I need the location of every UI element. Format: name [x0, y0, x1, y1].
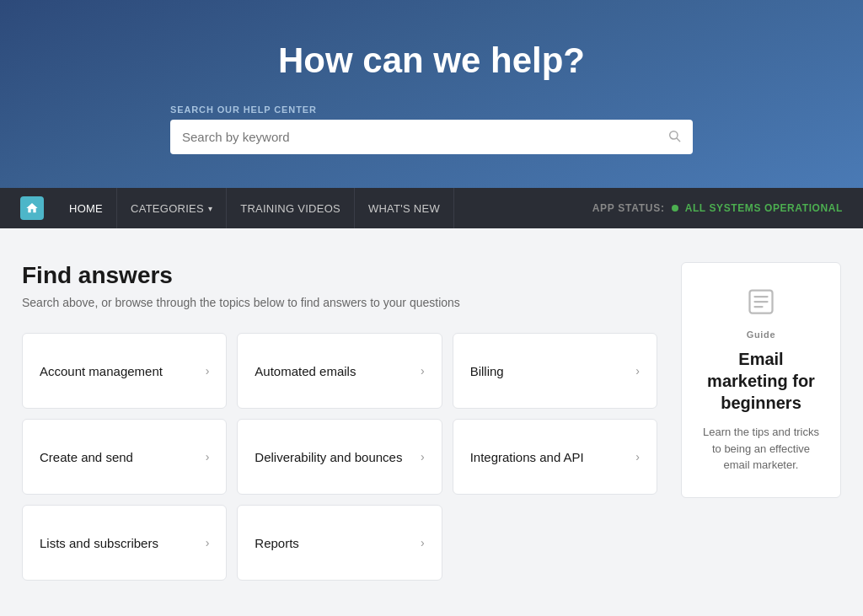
nav-categories[interactable]: CATEGORIES ▾ [117, 188, 227, 228]
card-create-and-send[interactable]: Create and send › [22, 419, 227, 495]
card-account-management[interactable]: Account management › [22, 333, 227, 409]
card-arrow: › [635, 450, 640, 463]
main-content: Find answers Search above, or browse thr… [2, 228, 861, 616]
card-arrow: › [421, 364, 425, 378]
card-billing[interactable]: Billing › [453, 333, 657, 409]
content-left: Find answers Search above, or browse thr… [22, 262, 657, 581]
card-label: Deliverability and bounces [255, 448, 402, 466]
card-lists-subscribers[interactable]: Lists and subscribers › [22, 505, 227, 581]
guide-icon [699, 287, 823, 323]
guide-description: Learn the tips and tricks to being an ef… [699, 424, 823, 474]
home-icon[interactable] [20, 196, 44, 220]
card-deliverability[interactable]: Deliverability and bounces › [237, 419, 442, 495]
nav-whats-new[interactable]: WHAT'S NEW [355, 188, 454, 228]
guide-title: Email marketing for beginners [699, 348, 823, 414]
card-automated-emails[interactable]: Automated emails › [237, 333, 442, 409]
status-text: ALL SYSTEMS OPERATIONAL [685, 202, 843, 214]
search-input[interactable] [182, 120, 667, 154]
card-arrow: › [421, 450, 425, 463]
card-label: Automated emails [255, 362, 356, 380]
card-arrow: › [206, 364, 210, 378]
card-integrations[interactable]: Integrations and API › [453, 419, 657, 495]
card-label: Integrations and API [470, 448, 584, 466]
status-dot-green [672, 205, 678, 212]
chevron-down-icon: ▾ [208, 204, 212, 213]
search-icon [667, 129, 681, 146]
nav-home[interactable]: HOME [56, 188, 117, 228]
sidebar-guide-card[interactable]: Guide Email marketing for beginners Lear… [681, 262, 841, 498]
navbar-left: HOME CATEGORIES ▾ TRAINING VIDEOS WHAT'S… [20, 188, 454, 228]
card-label: Reports [255, 534, 299, 552]
nav-training[interactable]: TRAINING VIDEOS [227, 188, 355, 228]
svg-line-1 [677, 138, 680, 142]
card-arrow: › [206, 450, 210, 463]
navbar-right: APP STATUS: ALL SYSTEMS OPERATIONAL [592, 202, 843, 214]
hero-title: How can we help? [17, 40, 846, 81]
search-bar [170, 120, 693, 154]
search-label: SEARCH OUR HELP CENTER [170, 104, 693, 115]
card-label: Create and send [40, 448, 133, 466]
category-grid: Account management › Automated emails › … [22, 333, 657, 581]
page-title: Find answers [22, 262, 657, 289]
card-arrow: › [635, 364, 640, 378]
card-label: Lists and subscribers [40, 534, 158, 552]
card-arrow: › [421, 536, 425, 549]
hero-section: How can we help? SEARCH OUR HELP CENTER [0, 0, 863, 188]
guide-badge: Guide [699, 329, 823, 340]
card-arrow: › [206, 536, 210, 549]
app-status-label: APP STATUS: [592, 202, 665, 214]
page-subtitle: Search above, or browse through the topi… [22, 296, 657, 309]
navbar: HOME CATEGORIES ▾ TRAINING VIDEOS WHAT'S… [0, 188, 863, 228]
card-label: Account management [40, 362, 163, 380]
card-label: Billing [470, 362, 504, 380]
card-reports[interactable]: Reports › [237, 505, 442, 581]
